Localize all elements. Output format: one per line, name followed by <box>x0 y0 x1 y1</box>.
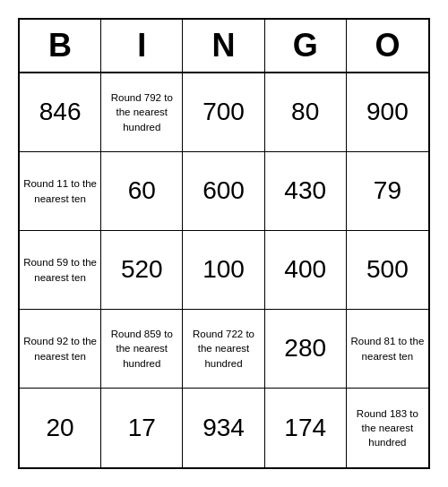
bingo-cell: 17 <box>101 389 183 467</box>
bingo-cell: 430 <box>265 152 347 231</box>
cell-number: 846 <box>39 98 82 126</box>
cell-number: 700 <box>202 98 245 126</box>
bingo-cell: 846 <box>20 73 101 152</box>
bingo-cell: 900 <box>347 73 428 152</box>
bingo-cell: 400 <box>265 231 347 310</box>
header-letter: O <box>347 20 428 72</box>
bingo-cell: Round 11 to the nearest ten <box>20 152 101 231</box>
cell-number: 400 <box>284 256 326 284</box>
bingo-cell: 700 <box>183 73 264 152</box>
header-letter: N <box>183 20 264 72</box>
bingo-cell: Round 722 to the nearest hundred <box>183 310 264 389</box>
cell-number: 600 <box>202 177 245 205</box>
header-letter: G <box>265 20 347 72</box>
bingo-cell: Round 59 to the nearest ten <box>20 231 101 310</box>
cell-text: Round 183 to the nearest hundred <box>350 406 425 449</box>
bingo-card: BINGO 846Round 792 to the nearest hundre… <box>18 18 430 469</box>
cell-number: 174 <box>284 414 326 442</box>
cell-number: 520 <box>121 256 163 284</box>
cell-number: 80 <box>291 98 319 126</box>
cell-number: 17 <box>128 414 156 442</box>
cell-number: 100 <box>202 256 245 284</box>
cell-text: Round 792 to the nearest hundred <box>105 90 178 133</box>
bingo-cell: 280 <box>265 310 347 389</box>
bingo-cell: Round 859 to the nearest hundred <box>101 310 183 389</box>
cell-text: Round 859 to the nearest hundred <box>105 327 178 370</box>
cell-number: 934 <box>202 414 245 442</box>
bingo-header: BINGO <box>20 20 428 73</box>
cell-text: Round 11 to the nearest ten <box>23 176 97 205</box>
header-letter: B <box>20 20 101 72</box>
bingo-cell: Round 92 to the nearest ten <box>20 310 101 389</box>
bingo-cell: 500 <box>347 231 428 310</box>
cell-number: 430 <box>284 177 326 205</box>
header-letter: I <box>101 20 183 72</box>
cell-text: Round 92 to the nearest ten <box>23 334 97 363</box>
bingo-cell: 520 <box>101 231 183 310</box>
bingo-cell: Round 183 to the nearest hundred <box>347 389 428 467</box>
bingo-cell: 600 <box>183 152 264 231</box>
bingo-cell: 100 <box>183 231 264 310</box>
cell-number: 79 <box>374 177 401 205</box>
bingo-cell: 60 <box>101 152 183 231</box>
bingo-cell: Round 792 to the nearest hundred <box>101 73 183 152</box>
bingo-cell: 80 <box>265 73 347 152</box>
bingo-grid: 846Round 792 to the nearest hundred70080… <box>20 73 428 467</box>
cell-text: Round 59 to the nearest ten <box>23 255 97 284</box>
bingo-cell: 20 <box>20 389 101 467</box>
cell-number: 900 <box>366 98 409 126</box>
bingo-cell: Round 81 to the nearest ten <box>347 310 428 389</box>
cell-number: 60 <box>128 177 156 205</box>
cell-number: 20 <box>47 414 74 442</box>
cell-number: 280 <box>284 335 326 363</box>
bingo-cell: 79 <box>347 152 428 231</box>
cell-text: Round 81 to the nearest ten <box>350 334 425 363</box>
cell-text: Round 722 to the nearest hundred <box>186 327 260 370</box>
cell-number: 500 <box>366 256 409 284</box>
bingo-cell: 174 <box>265 389 347 467</box>
bingo-cell: 934 <box>183 389 264 467</box>
